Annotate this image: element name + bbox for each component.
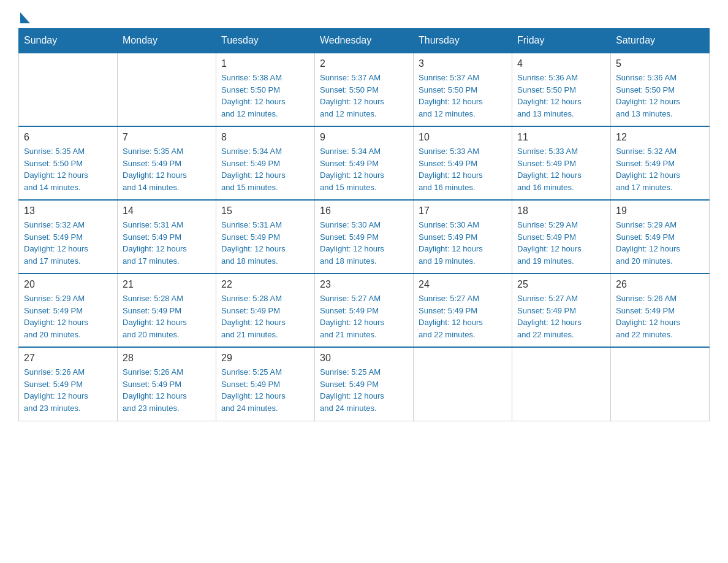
weekday-header-saturday: Saturday (611, 29, 710, 53)
calendar-week-row: 6Sunrise: 5:35 AMSunset: 5:50 PMDaylight… (19, 126, 710, 200)
day-info: Sunrise: 5:25 AMSunset: 5:49 PMDaylight:… (320, 366, 408, 414)
day-info: Sunrise: 5:25 AMSunset: 5:49 PMDaylight:… (221, 366, 309, 414)
calendar-cell: 29Sunrise: 5:25 AMSunset: 5:49 PMDayligh… (216, 347, 315, 421)
day-info: Sunrise: 5:29 AMSunset: 5:49 PMDaylight:… (24, 293, 112, 340)
calendar-week-row: 27Sunrise: 5:26 AMSunset: 5:49 PMDayligh… (19, 347, 710, 421)
day-number: 9 (320, 132, 408, 143)
day-number: 10 (419, 132, 507, 143)
calendar-cell: 5Sunrise: 5:36 AMSunset: 5:50 PMDaylight… (611, 53, 710, 126)
day-info: Sunrise: 5:28 AMSunset: 5:49 PMDaylight:… (123, 293, 211, 340)
day-info: Sunrise: 5:26 AMSunset: 5:49 PMDaylight:… (616, 293, 704, 340)
day-number: 28 (123, 353, 211, 364)
day-info: Sunrise: 5:26 AMSunset: 5:49 PMDaylight:… (24, 366, 112, 414)
calendar-cell: 22Sunrise: 5:28 AMSunset: 5:49 PMDayligh… (216, 274, 315, 347)
calendar-week-row: 13Sunrise: 5:32 AMSunset: 5:49 PMDayligh… (19, 200, 710, 274)
calendar-cell: 1Sunrise: 5:38 AMSunset: 5:50 PMDaylight… (216, 53, 315, 126)
day-info: Sunrise: 5:27 AMSunset: 5:49 PMDaylight:… (419, 293, 507, 340)
day-number: 13 (24, 205, 112, 216)
calendar-cell: 12Sunrise: 5:32 AMSunset: 5:49 PMDayligh… (611, 126, 710, 200)
day-info: Sunrise: 5:33 AMSunset: 5:49 PMDaylight:… (419, 145, 507, 193)
calendar-cell: 19Sunrise: 5:29 AMSunset: 5:49 PMDayligh… (611, 200, 710, 274)
logo-triangle-icon (20, 12, 30, 23)
calendar-cell: 17Sunrise: 5:30 AMSunset: 5:49 PMDayligh… (414, 200, 512, 274)
day-number: 30 (320, 353, 408, 364)
day-info: Sunrise: 5:33 AMSunset: 5:49 PMDaylight:… (517, 145, 605, 193)
calendar-cell: 7Sunrise: 5:35 AMSunset: 5:49 PMDaylight… (118, 126, 216, 200)
day-number: 26 (616, 279, 704, 290)
day-number: 27 (24, 353, 112, 364)
calendar-cell: 13Sunrise: 5:32 AMSunset: 5:49 PMDayligh… (19, 200, 118, 274)
calendar-cell: 6Sunrise: 5:35 AMSunset: 5:50 PMDaylight… (19, 126, 118, 200)
calendar-cell: 27Sunrise: 5:26 AMSunset: 5:49 PMDayligh… (19, 347, 118, 421)
day-number: 20 (24, 279, 112, 290)
calendar-cell: 8Sunrise: 5:34 AMSunset: 5:49 PMDaylight… (216, 126, 315, 200)
weekday-header-friday: Friday (512, 29, 611, 53)
calendar-cell: 10Sunrise: 5:33 AMSunset: 5:49 PMDayligh… (414, 126, 512, 200)
page-header (18, 12, 710, 22)
weekday-header-wednesday: Wednesday (315, 29, 414, 53)
day-number: 6 (24, 132, 112, 143)
day-number: 29 (221, 353, 309, 364)
day-number: 23 (320, 279, 408, 290)
day-info: Sunrise: 5:37 AMSunset: 5:50 PMDaylight:… (320, 72, 408, 120)
calendar-cell: 21Sunrise: 5:28 AMSunset: 5:49 PMDayligh… (118, 274, 216, 347)
calendar-cell: 18Sunrise: 5:29 AMSunset: 5:49 PMDayligh… (512, 200, 611, 274)
calendar-cell: 26Sunrise: 5:26 AMSunset: 5:49 PMDayligh… (611, 274, 710, 347)
day-info: Sunrise: 5:32 AMSunset: 5:49 PMDaylight:… (616, 145, 704, 193)
day-info: Sunrise: 5:36 AMSunset: 5:50 PMDaylight:… (616, 72, 704, 120)
day-number: 24 (419, 279, 507, 290)
day-number: 2 (320, 58, 408, 69)
calendar-cell: 14Sunrise: 5:31 AMSunset: 5:49 PMDayligh… (118, 200, 216, 274)
calendar-week-row: 1Sunrise: 5:38 AMSunset: 5:50 PMDaylight… (19, 53, 710, 126)
day-number: 12 (616, 132, 704, 143)
day-number: 17 (419, 205, 507, 216)
weekday-header-monday: Monday (118, 29, 216, 53)
calendar-cell: 30Sunrise: 5:25 AMSunset: 5:49 PMDayligh… (315, 347, 414, 421)
calendar-cell: 23Sunrise: 5:27 AMSunset: 5:49 PMDayligh… (315, 274, 414, 347)
day-info: Sunrise: 5:38 AMSunset: 5:50 PMDaylight:… (221, 72, 309, 120)
calendar-cell: 16Sunrise: 5:30 AMSunset: 5:49 PMDayligh… (315, 200, 414, 274)
day-info: Sunrise: 5:32 AMSunset: 5:49 PMDaylight:… (24, 219, 112, 267)
day-info: Sunrise: 5:34 AMSunset: 5:49 PMDaylight:… (320, 145, 408, 193)
day-number: 16 (320, 205, 408, 216)
calendar-cell: 4Sunrise: 5:36 AMSunset: 5:50 PMDaylight… (512, 53, 611, 126)
calendar-header-row: SundayMondayTuesdayWednesdayThursdayFrid… (19, 29, 710, 53)
calendar-cell: 28Sunrise: 5:26 AMSunset: 5:49 PMDayligh… (118, 347, 216, 421)
day-number: 15 (221, 205, 309, 216)
calendar-cell (118, 53, 216, 126)
day-info: Sunrise: 5:29 AMSunset: 5:49 PMDaylight:… (616, 219, 704, 267)
calendar-cell: 20Sunrise: 5:29 AMSunset: 5:49 PMDayligh… (19, 274, 118, 347)
day-info: Sunrise: 5:36 AMSunset: 5:50 PMDaylight:… (517, 72, 605, 120)
day-number: 7 (123, 132, 211, 143)
day-info: Sunrise: 5:30 AMSunset: 5:49 PMDaylight:… (320, 219, 408, 267)
day-number: 8 (221, 132, 309, 143)
logo (18, 12, 40, 22)
day-info: Sunrise: 5:27 AMSunset: 5:49 PMDaylight:… (320, 293, 408, 340)
day-info: Sunrise: 5:27 AMSunset: 5:49 PMDaylight:… (517, 293, 605, 340)
calendar-cell (611, 347, 710, 421)
day-info: Sunrise: 5:29 AMSunset: 5:49 PMDaylight:… (517, 219, 605, 267)
day-number: 25 (517, 279, 605, 290)
calendar-cell (19, 53, 118, 126)
day-number: 22 (221, 279, 309, 290)
day-number: 3 (419, 58, 507, 69)
day-number: 11 (517, 132, 605, 143)
weekday-header-sunday: Sunday (19, 29, 118, 53)
day-number: 18 (517, 205, 605, 216)
calendar-cell (414, 347, 512, 421)
calendar-cell: 3Sunrise: 5:37 AMSunset: 5:50 PMDaylight… (414, 53, 512, 126)
day-info: Sunrise: 5:30 AMSunset: 5:49 PMDaylight:… (419, 219, 507, 267)
calendar-cell: 24Sunrise: 5:27 AMSunset: 5:49 PMDayligh… (414, 274, 512, 347)
day-info: Sunrise: 5:26 AMSunset: 5:49 PMDaylight:… (123, 366, 211, 414)
day-number: 5 (616, 58, 704, 69)
day-info: Sunrise: 5:31 AMSunset: 5:49 PMDaylight:… (123, 219, 211, 267)
day-number: 21 (123, 279, 211, 290)
calendar-cell: 11Sunrise: 5:33 AMSunset: 5:49 PMDayligh… (512, 126, 611, 200)
day-number: 4 (517, 58, 605, 69)
day-number: 14 (123, 205, 211, 216)
day-info: Sunrise: 5:34 AMSunset: 5:49 PMDaylight:… (221, 145, 309, 193)
calendar-cell (512, 347, 611, 421)
calendar-cell: 15Sunrise: 5:31 AMSunset: 5:49 PMDayligh… (216, 200, 315, 274)
calendar-cell: 9Sunrise: 5:34 AMSunset: 5:49 PMDaylight… (315, 126, 414, 200)
day-info: Sunrise: 5:31 AMSunset: 5:49 PMDaylight:… (221, 219, 309, 267)
